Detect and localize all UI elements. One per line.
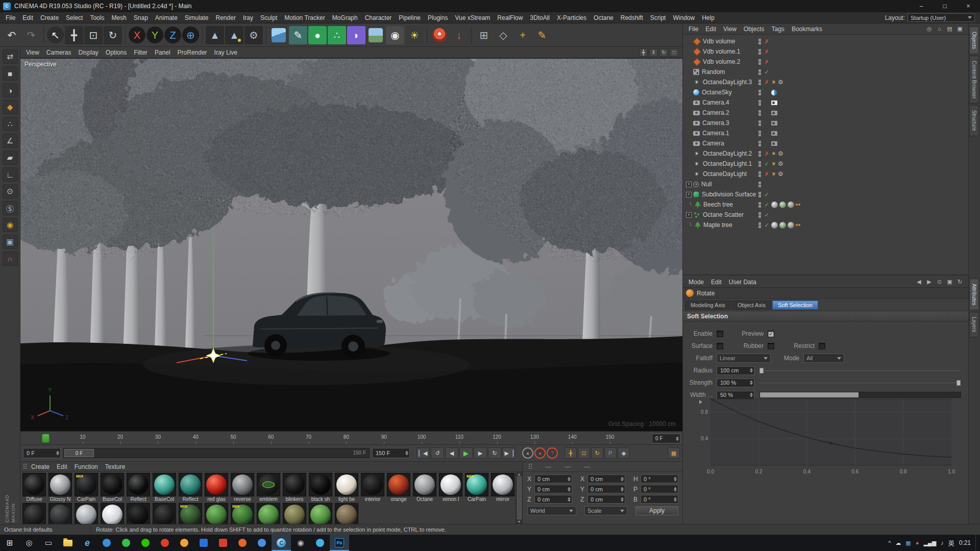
qq[interactable] — [310, 535, 330, 551]
material-swatch-r2-1[interactable] — [48, 503, 72, 524]
object-row-vdb-volume[interactable]: Vdb volume✗ — [683, 36, 968, 46]
enabled-off-icon[interactable]: ✗ — [764, 151, 770, 157]
object-row-maple-tree[interactable]: └Maple tree✓ — [683, 220, 968, 230]
sun-tag-icon[interactable]: ☀ — [771, 79, 776, 86]
material-menu-edit[interactable]: Edit — [53, 463, 71, 470]
redo-icon[interactable]: ↷ — [22, 26, 40, 44]
keyframe-selection-button[interactable]: ● — [534, 447, 546, 459]
texture-mode-icon[interactable]: ◑ — [3, 83, 18, 97]
key-scale-toggle[interactable]: ⊡ — [578, 447, 590, 459]
material-interior-r1-13[interactable]: interior — [361, 473, 384, 502]
side-tab-structure[interactable]: Structure — [969, 105, 979, 136]
coordinate-system-icon[interactable]: ⊕ — [182, 27, 199, 43]
side-tab-content-browser[interactable]: Content Browser — [969, 56, 979, 104]
sky-tag-icon[interactable] — [771, 90, 777, 95]
object-row-octane-scatter[interactable]: +Octane Scatter✓ — [683, 210, 968, 220]
selection-tag-icon[interactable] — [796, 224, 800, 226]
menu-simulate[interactable]: Simulate — [181, 14, 212, 21]
viewport-menu-panel[interactable]: Panel — [151, 49, 174, 56]
goto-start-button[interactable]: ▏◀ — [416, 447, 430, 459]
coord-field-size-z[interactable]: 0 cm — [587, 495, 625, 504]
make-editable-icon[interactable]: ⇄ — [3, 49, 18, 64]
object-row-camera-1[interactable]: Camera.1 — [683, 128, 968, 138]
timeline-ruler[interactable]: 0 F 102030405060708090100110120130140150 — [20, 431, 682, 445]
visibility-dots-icon[interactable] — [758, 192, 761, 197]
texture-tag-icon[interactable] — [779, 202, 786, 208]
material-swatch-r2-8[interactable]: MIX — [231, 503, 254, 524]
gear-tag-icon[interactable]: ⚙ — [778, 160, 783, 167]
clock[interactable]: 0:21 — [959, 539, 971, 546]
om-menu-file[interactable]: File — [685, 26, 702, 33]
stepper[interactable] — [568, 497, 571, 502]
key-pla-toggle[interactable]: ◆ — [618, 447, 630, 459]
workplane-mode-icon[interactable]: ◆ — [3, 100, 18, 114]
app-green[interactable] — [116, 535, 136, 551]
app-blue-square[interactable] — [194, 535, 213, 551]
material-swatch-r2-12[interactable] — [335, 503, 358, 524]
object-row-vdb-volume-2[interactable]: Vdb volume.2✗ — [683, 57, 968, 67]
object-row-camera[interactable]: Camera — [683, 138, 968, 148]
spline-tools-icon[interactable]: ✎ — [533, 26, 551, 44]
live-selection-icon[interactable]: ↖ — [47, 27, 64, 43]
lock-x-axis-icon[interactable]: X — [129, 27, 145, 43]
octane-render-icon[interactable]: ↓ — [450, 26, 468, 44]
volume-icon[interactable]: ♪ — [941, 540, 944, 546]
viewport-menu-display[interactable]: Display — [75, 49, 102, 56]
menu-octane[interactable]: Octane — [590, 14, 617, 21]
visibility-dots-icon[interactable] — [758, 110, 761, 116]
search-button[interactable]: ◎ — [19, 535, 39, 551]
stepper[interactable] — [568, 477, 571, 481]
menu-file[interactable]: File — [2, 14, 19, 21]
menu-edit[interactable]: Edit — [19, 14, 37, 21]
visibility-dots-icon[interactable] — [758, 151, 761, 157]
app-music[interactable] — [233, 535, 252, 551]
material-swatch-r2-2[interactable] — [75, 503, 98, 524]
material-menu-create[interactable]: Create — [28, 463, 53, 470]
enabled-off-icon[interactable]: ✗ — [764, 171, 770, 178]
checkbox-enable[interactable] — [717, 331, 723, 337]
material-red-glas-r1-7[interactable]: red glas — [205, 473, 228, 502]
coord-field-position-z[interactable]: 0 cm — [534, 495, 572, 504]
camera-tag-icon[interactable] — [771, 121, 777, 126]
autokey-help-button[interactable]: ? — [547, 447, 558, 459]
app-red-square[interactable] — [213, 535, 233, 551]
lock-z-axis-icon[interactable]: Z — [164, 27, 181, 43]
timeline-window-button[interactable]: ▦ — [668, 447, 680, 459]
paint-tool-icon[interactable]: ◉ — [3, 218, 18, 232]
tab-modeling-axis[interactable]: Modeling Axis — [685, 300, 731, 310]
ime-indicator[interactable]: 英 — [948, 539, 954, 547]
attr-menu-mode[interactable]: Mode — [685, 279, 707, 286]
render-settings-icon[interactable]: ⚙ — [244, 26, 263, 44]
material-carpain-r1-2[interactable]: MIXCarPain — [75, 473, 98, 502]
material-orange-r1-14[interactable]: orange — [387, 473, 410, 502]
play-reverse-button[interactable]: ↺ — [431, 447, 444, 459]
falloff-curve[interactable]: 0.00.20.40.60.81.00.80.4 — [695, 395, 959, 482]
close-button[interactable]: × — [957, 0, 980, 12]
show-desktop-button[interactable] — [975, 535, 978, 551]
stepper[interactable] — [621, 497, 624, 502]
object-row-random[interactable]: Random✓ — [683, 67, 968, 77]
texture-tag-icon[interactable] — [771, 222, 778, 229]
key-rotation-toggle[interactable]: ↻ — [591, 447, 603, 459]
object-row-vdb-volume-1[interactable]: Vdb volume.1✗ — [683, 46, 968, 57]
menu-mesh[interactable]: Mesh — [108, 14, 130, 21]
model-mode-icon[interactable]: ■ — [3, 66, 18, 81]
stepper[interactable] — [750, 381, 753, 385]
material-scrollbar[interactable]: ▲ ▼ — [516, 472, 522, 524]
visibility-dots-icon[interactable] — [758, 141, 761, 146]
gear-tag-icon[interactable]: ⚙ — [778, 170, 783, 178]
screen-recorder[interactable]: ◉ — [291, 535, 310, 551]
material-swatch-r2-5[interactable] — [153, 503, 176, 524]
visibility-dots-icon[interactable] — [758, 69, 761, 75]
menu-snap[interactable]: Snap — [130, 14, 152, 21]
menu-sculpt[interactable]: Sculpt — [257, 14, 281, 21]
stepper[interactable] — [621, 477, 624, 481]
visibility-dots-icon[interactable] — [758, 171, 761, 177]
object-row-octanesky[interactable]: OctaneSky — [683, 87, 968, 97]
attr-lock-icon[interactable]: ▣ — [946, 279, 953, 285]
undo-icon[interactable]: ↶ — [3, 26, 21, 44]
material-light-be-r1-12[interactable]: light be — [335, 473, 358, 502]
record-keyframe-button[interactable]: ● — [522, 447, 533, 459]
enabled-off-icon[interactable]: ✗ — [764, 48, 770, 55]
material-menu-function[interactable]: Function — [71, 463, 102, 470]
